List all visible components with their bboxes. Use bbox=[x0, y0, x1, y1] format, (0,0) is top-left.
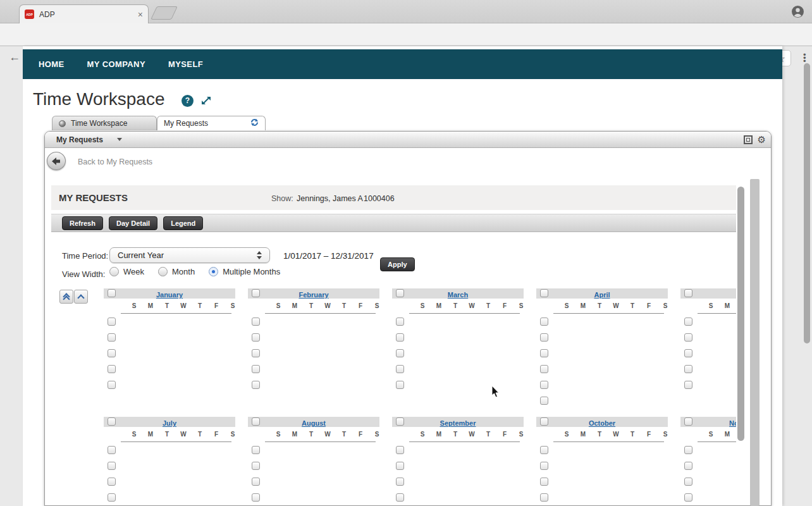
week-checkbox[interactable] bbox=[684, 446, 692, 454]
new-tab-button[interactable] bbox=[151, 6, 178, 20]
help-icon[interactable]: ? bbox=[181, 95, 194, 107]
month-checkbox[interactable] bbox=[252, 417, 260, 426]
week-checkbox[interactable] bbox=[396, 478, 404, 486]
week-checkbox[interactable] bbox=[396, 349, 404, 357]
month-link[interactable]: July bbox=[163, 419, 176, 427]
week-checkbox[interactable] bbox=[108, 365, 116, 373]
refresh-button[interactable]: Refresh bbox=[62, 216, 103, 230]
day-letter: S bbox=[657, 302, 674, 311]
week-checkbox[interactable] bbox=[108, 493, 116, 502]
week-checkbox[interactable] bbox=[540, 462, 548, 470]
week-checkbox[interactable] bbox=[252, 365, 260, 373]
gear-icon[interactable]: ⚙ bbox=[758, 135, 766, 144]
collapse-button[interactable] bbox=[74, 290, 88, 304]
week-checkbox[interactable] bbox=[540, 349, 548, 357]
week-checkbox[interactable] bbox=[540, 381, 548, 389]
tab-close-icon[interactable]: × bbox=[138, 9, 143, 20]
week-checkbox[interactable] bbox=[108, 333, 116, 342]
radio-multiple-months[interactable] bbox=[209, 267, 218, 276]
week-checkbox[interactable] bbox=[108, 478, 116, 486]
week-checkbox[interactable] bbox=[684, 493, 692, 502]
week-checkbox[interactable] bbox=[540, 333, 548, 342]
week-checkbox[interactable] bbox=[540, 478, 548, 486]
week-checkbox[interactable] bbox=[396, 446, 404, 454]
sync-icon[interactable] bbox=[250, 118, 259, 128]
nav-item-home[interactable]: HOME bbox=[39, 59, 65, 69]
week-checkbox[interactable] bbox=[252, 446, 260, 454]
week-checkbox[interactable] bbox=[540, 365, 548, 373]
week-checkbox[interactable] bbox=[684, 478, 692, 486]
month-checkbox[interactable] bbox=[396, 289, 404, 297]
nav-item-my-company[interactable]: MY COMPANY bbox=[87, 59, 145, 69]
month-checkbox[interactable] bbox=[540, 417, 548, 426]
week-checkbox[interactable] bbox=[252, 333, 260, 342]
week-checkbox[interactable] bbox=[396, 365, 404, 373]
month-checkbox[interactable] bbox=[540, 289, 548, 297]
week-checkbox[interactable] bbox=[252, 318, 260, 326]
month-link[interactable]: March bbox=[448, 291, 468, 299]
legend-button[interactable]: Legend bbox=[163, 216, 203, 230]
chrome-menu-icon[interactable]: ••• bbox=[803, 53, 806, 63]
tab-time-workspace[interactable]: Time Workspace bbox=[52, 116, 157, 130]
browser-tab[interactable]: ADP ADP × bbox=[19, 4, 149, 23]
back-link[interactable]: Back to My Requests bbox=[78, 157, 152, 166]
portlet-scrollbar[interactable] bbox=[750, 179, 760, 506]
inner-scrollbar-thumb[interactable] bbox=[737, 187, 744, 441]
day-letter: F bbox=[208, 431, 225, 439]
time-period-select[interactable]: Current Year bbox=[109, 247, 270, 263]
radio-week[interactable] bbox=[109, 267, 119, 276]
week-checkbox[interactable] bbox=[684, 365, 692, 373]
week-checkbox[interactable] bbox=[396, 493, 404, 502]
week-checkbox[interactable] bbox=[540, 446, 548, 454]
week-checkbox[interactable] bbox=[684, 462, 692, 470]
back-icon[interactable]: ← bbox=[9, 51, 20, 64]
chevron-down-icon[interactable] bbox=[117, 138, 122, 141]
window-scrollbar-thumb[interactable] bbox=[804, 63, 810, 343]
week-checkbox[interactable] bbox=[684, 318, 692, 326]
week-checkbox[interactable] bbox=[252, 493, 260, 502]
week-checkbox[interactable] bbox=[396, 462, 404, 470]
nav-item-myself[interactable]: MYSELF bbox=[168, 59, 203, 69]
week-checkbox[interactable] bbox=[108, 446, 116, 454]
week-checkbox[interactable] bbox=[252, 478, 260, 486]
month-link[interactable]: April bbox=[594, 291, 610, 299]
week-checkbox[interactable] bbox=[540, 397, 548, 405]
week-checkbox[interactable] bbox=[252, 462, 260, 470]
apply-button[interactable]: Apply bbox=[380, 257, 415, 271]
week-checkbox[interactable] bbox=[684, 349, 692, 357]
month-link[interactable]: October bbox=[589, 419, 615, 427]
month-link[interactable]: August bbox=[302, 419, 326, 427]
radio-month[interactable] bbox=[158, 267, 168, 276]
week-checkbox[interactable] bbox=[684, 333, 692, 342]
week-checkbox[interactable] bbox=[396, 318, 404, 326]
week-checkbox[interactable] bbox=[108, 381, 116, 389]
week-checkbox[interactable] bbox=[684, 381, 692, 389]
month-checkbox[interactable] bbox=[108, 417, 116, 426]
week-checkbox[interactable] bbox=[252, 381, 260, 389]
collapse-all-button[interactable] bbox=[59, 290, 73, 304]
week-checkbox[interactable] bbox=[540, 493, 548, 502]
day-letter: M bbox=[575, 302, 591, 311]
month-checkbox[interactable] bbox=[396, 417, 404, 426]
month-link[interactable]: September bbox=[440, 419, 476, 427]
tab-my-requests[interactable]: My Requests bbox=[157, 116, 266, 130]
week-checkbox[interactable] bbox=[108, 349, 116, 357]
day-detail-button[interactable]: Day Detail bbox=[109, 216, 157, 230]
month-checkbox[interactable] bbox=[252, 289, 260, 297]
month-link[interactable]: November bbox=[729, 419, 736, 427]
week-checkbox[interactable] bbox=[108, 462, 116, 470]
profile-icon[interactable] bbox=[791, 5, 804, 21]
month-checkbox[interactable] bbox=[108, 289, 116, 297]
expand-icon[interactable] bbox=[200, 94, 212, 109]
week-checkbox[interactable] bbox=[396, 381, 404, 389]
week-checkbox[interactable] bbox=[108, 318, 116, 326]
month-link[interactable]: February bbox=[298, 291, 328, 299]
week-checkbox[interactable] bbox=[252, 349, 260, 357]
month-checkbox[interactable] bbox=[684, 417, 692, 426]
week-checkbox[interactable] bbox=[396, 333, 404, 342]
week-checkbox[interactable] bbox=[540, 318, 548, 326]
month-link[interactable]: January bbox=[156, 291, 183, 299]
maximize-icon[interactable] bbox=[744, 135, 753, 144]
month-checkbox[interactable] bbox=[684, 289, 692, 297]
back-button[interactable] bbox=[47, 152, 66, 170]
